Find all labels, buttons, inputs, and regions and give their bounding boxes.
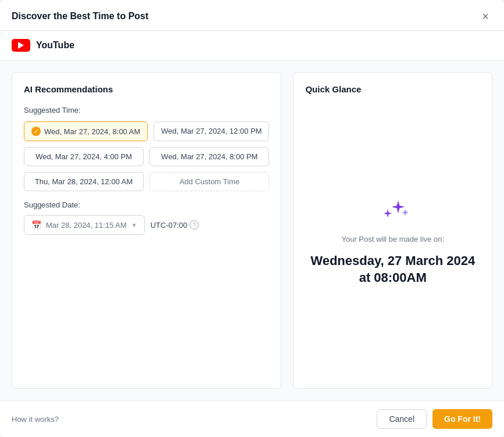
sparkle-icon [376, 196, 410, 225]
youtube-icon [12, 39, 30, 52]
time-slot-4-label: Wed, Mar 27, 2024, 8:00 PM [161, 152, 258, 161]
quick-glance-content: Your Post will be made live on: Wednesda… [305, 106, 480, 377]
suggested-time-label: Suggested Time: [24, 106, 269, 114]
date-picker[interactable]: 📅 Mar 28, 2024, 11:15 AM ▼ [24, 215, 145, 235]
calendar-icon: 📅 [31, 220, 41, 230]
time-slot-3-label: Wed, Mar 27, 2024, 4:00 PM [35, 152, 132, 161]
time-slot-5[interactable]: Thu, Mar 28, 2024, 12:00 AM [24, 172, 144, 191]
footer-buttons: Cancel Go For It! [377, 409, 492, 429]
date-picker-row: 📅 Mar 28, 2024, 11:15 AM ▼ UTC-07:00 ? [24, 215, 269, 235]
ai-recommendations-title: AI Recommendations [24, 84, 269, 94]
add-custom-time-button[interactable]: Add Custom Time [149, 172, 269, 191]
modal-footer: How it works? Cancel Go For It! [0, 400, 504, 437]
time-slot-2[interactable]: Wed, Mar 27, 2024, 12:00 PM [153, 121, 269, 141]
modal-body: AI Recommendations Suggested Time: ✓ Wed… [0, 60, 504, 400]
modal-title: Discover the Best Time to Post [12, 11, 148, 22]
close-button[interactable]: × [478, 9, 492, 23]
time-slot-1[interactable]: ✓ Wed, Mar 27, 2024, 8:00 AM [24, 121, 148, 141]
time-slot-2-label: Wed, Mar 27, 2024, 12:00 PM [161, 127, 262, 135]
time-slots-row-3: Thu, Mar 28, 2024, 12:00 AM Add Custom T… [24, 172, 269, 191]
time-slots-row-2: Wed, Mar 27, 2024, 4:00 PM Wed, Mar 27, … [24, 147, 269, 166]
cancel-button[interactable]: Cancel [377, 409, 427, 429]
live-on-label: Your Post will be made live on: [341, 235, 444, 243]
time-slot-4[interactable]: Wed, Mar 27, 2024, 8:00 PM [149, 147, 269, 166]
suggested-date-label: Suggested Date: [24, 200, 269, 209]
time-slot-5-label: Thu, Mar 28, 2024, 12:00 AM [35, 177, 133, 186]
quick-glance-title: Quick Glance [305, 84, 480, 94]
time-slot-1-label: Wed, Mar 27, 2024, 8:00 AM [44, 127, 140, 136]
live-on-date: Wednesday, 27 March 2024 at 08:00AM [305, 253, 480, 286]
left-panel: AI Recommendations Suggested Time: ✓ Wed… [12, 72, 281, 389]
platform-name: YouTube [36, 40, 74, 51]
time-slot-3[interactable]: Wed, Mar 27, 2024, 4:00 PM [24, 147, 144, 166]
platform-row: YouTube [0, 31, 504, 60]
check-icon: ✓ [31, 127, 41, 136]
right-panel: Quick Glance Your Post will be made live… [293, 72, 492, 389]
go-for-it-button[interactable]: Go For It! [432, 409, 492, 429]
info-icon[interactable]: ? [190, 220, 199, 230]
how-it-works-link[interactable]: How it works? [12, 415, 59, 424]
timezone-badge: UTC-07:00 ? [151, 220, 199, 230]
date-value: Mar 28, 2024, 11:15 AM [46, 221, 127, 230]
time-slots-row-1: ✓ Wed, Mar 27, 2024, 8:00 AM Wed, Mar 27… [24, 121, 269, 141]
modal: Discover the Best Time to Post × YouTube… [0, 0, 504, 437]
timezone-label: UTC-07:00 [151, 221, 188, 230]
modal-header: Discover the Best Time to Post × [0, 0, 504, 31]
chevron-down-icon: ▼ [131, 222, 137, 228]
